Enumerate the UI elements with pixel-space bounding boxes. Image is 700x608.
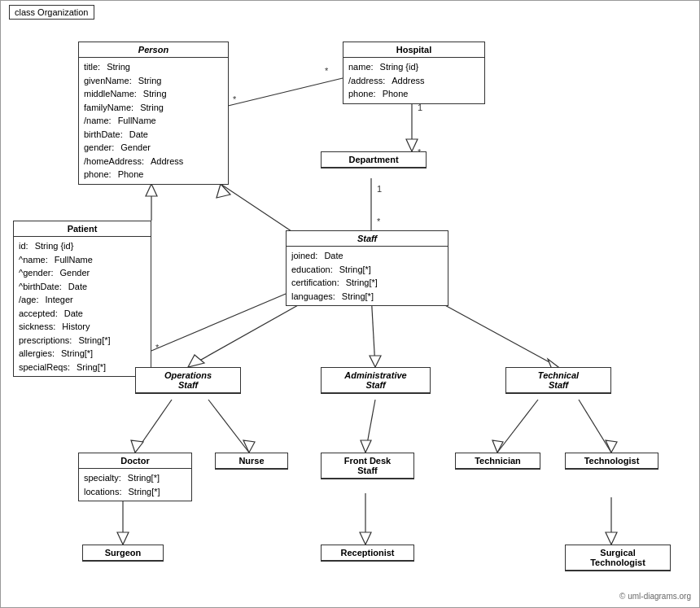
class-nurse-header: Nurse [216, 453, 287, 469]
class-hospital: Hospital name:String {id} /address:Addre… [343, 42, 485, 104]
svg-marker-34 [360, 532, 371, 545]
class-operations-staff: OperationsStaff [135, 367, 241, 394]
class-technologist: Technologist [565, 453, 658, 470]
svg-text:*: * [377, 217, 381, 226]
svg-marker-32 [117, 532, 129, 545]
class-department: Department [321, 151, 427, 168]
class-front-desk-staff: Front DeskStaff [321, 453, 414, 479]
class-technical-staff: TechnicalStaff [505, 367, 611, 394]
class-technical-staff-header: TechnicalStaff [506, 368, 610, 393]
svg-marker-24 [243, 440, 255, 453]
class-staff-body: joined:Date education:String[*] certific… [287, 247, 448, 305]
svg-marker-22 [131, 440, 143, 453]
class-patient-header: Patient [14, 221, 151, 237]
class-operations-staff-header: OperationsStaff [136, 368, 240, 393]
svg-marker-18 [370, 356, 381, 367]
class-person-body: title:String givenName:String middleName… [79, 58, 228, 184]
svg-marker-4 [406, 139, 418, 151]
class-hospital-body: name:String {id} /address:Address phone:… [343, 58, 484, 103]
class-doctor: Doctor specialty:String[*] locations:Str… [78, 453, 192, 501]
copyright: © uml-diagrams.org [619, 592, 691, 601]
svg-line-29 [579, 400, 611, 453]
svg-line-27 [497, 400, 538, 453]
class-staff-header: Staff [287, 231, 448, 247]
class-receptionist: Receptionist [321, 545, 414, 562]
svg-line-10 [221, 184, 294, 233]
class-front-desk-staff-header: Front DeskStaff [322, 453, 413, 479]
svg-line-21 [135, 400, 172, 453]
svg-marker-28 [492, 440, 503, 453]
svg-line-23 [208, 400, 249, 453]
class-doctor-body: specialty:String[*] locations:String[*] [79, 469, 191, 501]
class-department-header: Department [322, 152, 426, 168]
class-surgeon: Surgeon [82, 545, 164, 562]
class-hospital-header: Hospital [343, 42, 484, 58]
class-surgeon-header: Surgeon [83, 545, 163, 561]
svg-text:*: * [325, 66, 329, 76]
svg-marker-26 [361, 440, 371, 453]
class-technologist-header: Technologist [566, 453, 658, 469]
class-patient: Patient id:String {id} ^name:FullName ^g… [13, 221, 151, 377]
diagram-title: class Organization [9, 5, 94, 20]
svg-line-25 [365, 400, 375, 453]
class-technician: Technician [455, 453, 540, 470]
svg-text:*: * [233, 94, 237, 104]
class-staff: Staff joined:Date education:String[*] ce… [286, 230, 448, 306]
svg-text:*: * [155, 343, 160, 352]
svg-marker-9 [146, 184, 157, 196]
svg-marker-11 [217, 184, 230, 198]
svg-line-37 [151, 294, 286, 351]
svg-marker-36 [606, 532, 617, 545]
class-doctor-header: Doctor [79, 453, 191, 469]
class-surgical-technologist: SurgicalTechnologist [565, 545, 671, 571]
class-person: Person title:String givenName:String mid… [78, 42, 229, 185]
class-surgical-technologist-header: SurgicalTechnologist [566, 545, 670, 571]
class-person-header: Person [79, 42, 228, 58]
svg-marker-30 [606, 440, 617, 453]
svg-marker-16 [188, 355, 204, 367]
class-technician-header: Technician [456, 453, 540, 469]
diagram-container: class Organization 1 * 1 * * * [0, 0, 700, 608]
svg-text:1: 1 [418, 103, 422, 112]
svg-text:1: 1 [377, 184, 382, 194]
class-administrative-staff: AdministrativeStaff [321, 367, 431, 394]
svg-line-12 [225, 78, 343, 107]
class-nurse: Nurse [215, 453, 288, 470]
class-administrative-staff-header: AdministrativeStaff [322, 368, 430, 393]
class-receptionist-header: Receptionist [322, 545, 413, 561]
class-patient-body: id:String {id} ^name:FullName ^gender:Ge… [14, 237, 151, 376]
